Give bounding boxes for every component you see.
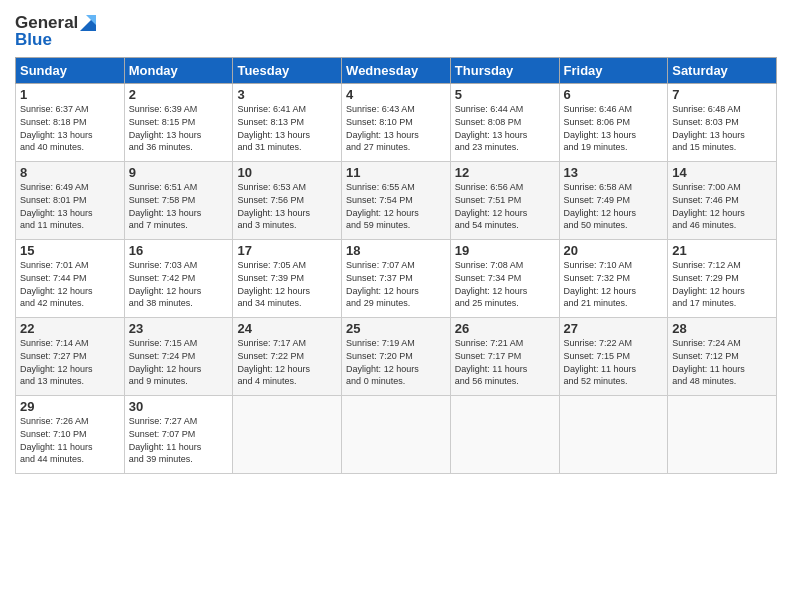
cell-info: Sunrise: 6:39 AMSunset: 8:15 PMDaylight:… xyxy=(129,104,202,152)
day-number: 13 xyxy=(564,165,664,180)
calendar-cell: 23Sunrise: 7:15 AMSunset: 7:24 PMDayligh… xyxy=(124,318,233,396)
cell-info: Sunrise: 7:17 AMSunset: 7:22 PMDaylight:… xyxy=(237,338,310,386)
calendar-cell: 3Sunrise: 6:41 AMSunset: 8:13 PMDaylight… xyxy=(233,84,342,162)
cell-info: Sunrise: 7:21 AMSunset: 7:17 PMDaylight:… xyxy=(455,338,528,386)
cell-info: Sunrise: 6:48 AMSunset: 8:03 PMDaylight:… xyxy=(672,104,745,152)
day-number: 2 xyxy=(129,87,229,102)
calendar-cell: 9Sunrise: 6:51 AMSunset: 7:58 PMDaylight… xyxy=(124,162,233,240)
cell-info: Sunrise: 6:55 AMSunset: 7:54 PMDaylight:… xyxy=(346,182,419,230)
calendar-cell: 13Sunrise: 6:58 AMSunset: 7:49 PMDayligh… xyxy=(559,162,668,240)
col-header-wednesday: Wednesday xyxy=(342,58,451,84)
cell-info: Sunrise: 6:44 AMSunset: 8:08 PMDaylight:… xyxy=(455,104,528,152)
day-number: 3 xyxy=(237,87,337,102)
calendar-cell: 19Sunrise: 7:08 AMSunset: 7:34 PMDayligh… xyxy=(450,240,559,318)
calendar-cell: 16Sunrise: 7:03 AMSunset: 7:42 PMDayligh… xyxy=(124,240,233,318)
cell-info: Sunrise: 6:41 AMSunset: 8:13 PMDaylight:… xyxy=(237,104,310,152)
cell-info: Sunrise: 7:24 AMSunset: 7:12 PMDaylight:… xyxy=(672,338,745,386)
cell-info: Sunrise: 6:46 AMSunset: 8:06 PMDaylight:… xyxy=(564,104,637,152)
day-number: 9 xyxy=(129,165,229,180)
day-number: 26 xyxy=(455,321,555,336)
day-number: 10 xyxy=(237,165,337,180)
calendar-cell: 17Sunrise: 7:05 AMSunset: 7:39 PMDayligh… xyxy=(233,240,342,318)
calendar-cell xyxy=(342,396,451,474)
day-number: 30 xyxy=(129,399,229,414)
calendar-cell: 24Sunrise: 7:17 AMSunset: 7:22 PMDayligh… xyxy=(233,318,342,396)
cell-info: Sunrise: 6:58 AMSunset: 7:49 PMDaylight:… xyxy=(564,182,637,230)
calendar-cell: 22Sunrise: 7:14 AMSunset: 7:27 PMDayligh… xyxy=(16,318,125,396)
day-number: 14 xyxy=(672,165,772,180)
logo: General Blue xyxy=(15,14,96,49)
calendar-cell: 30Sunrise: 7:27 AMSunset: 7:07 PMDayligh… xyxy=(124,396,233,474)
calendar-cell: 28Sunrise: 7:24 AMSunset: 7:12 PMDayligh… xyxy=(668,318,777,396)
calendar-cell: 5Sunrise: 6:44 AMSunset: 8:08 PMDaylight… xyxy=(450,84,559,162)
cell-info: Sunrise: 7:14 AMSunset: 7:27 PMDaylight:… xyxy=(20,338,93,386)
cell-info: Sunrise: 6:56 AMSunset: 7:51 PMDaylight:… xyxy=(455,182,528,230)
cell-info: Sunrise: 7:07 AMSunset: 7:37 PMDaylight:… xyxy=(346,260,419,308)
calendar-cell xyxy=(450,396,559,474)
cell-info: Sunrise: 7:19 AMSunset: 7:20 PMDaylight:… xyxy=(346,338,419,386)
calendar-cell: 6Sunrise: 6:46 AMSunset: 8:06 PMDaylight… xyxy=(559,84,668,162)
day-number: 25 xyxy=(346,321,446,336)
cell-info: Sunrise: 7:12 AMSunset: 7:29 PMDaylight:… xyxy=(672,260,745,308)
calendar-table: SundayMondayTuesdayWednesdayThursdayFrid… xyxy=(15,57,777,474)
cell-info: Sunrise: 6:49 AMSunset: 8:01 PMDaylight:… xyxy=(20,182,93,230)
calendar-cell xyxy=(668,396,777,474)
calendar-cell: 12Sunrise: 6:56 AMSunset: 7:51 PMDayligh… xyxy=(450,162,559,240)
cell-info: Sunrise: 7:10 AMSunset: 7:32 PMDaylight:… xyxy=(564,260,637,308)
calendar-cell: 21Sunrise: 7:12 AMSunset: 7:29 PMDayligh… xyxy=(668,240,777,318)
day-number: 18 xyxy=(346,243,446,258)
calendar-cell: 10Sunrise: 6:53 AMSunset: 7:56 PMDayligh… xyxy=(233,162,342,240)
col-header-sunday: Sunday xyxy=(16,58,125,84)
cell-info: Sunrise: 7:01 AMSunset: 7:44 PMDaylight:… xyxy=(20,260,93,308)
calendar-cell: 4Sunrise: 6:43 AMSunset: 8:10 PMDaylight… xyxy=(342,84,451,162)
calendar-cell: 1Sunrise: 6:37 AMSunset: 8:18 PMDaylight… xyxy=(16,84,125,162)
col-header-friday: Friday xyxy=(559,58,668,84)
calendar-cell: 2Sunrise: 6:39 AMSunset: 8:15 PMDaylight… xyxy=(124,84,233,162)
calendar-cell xyxy=(233,396,342,474)
day-number: 5 xyxy=(455,87,555,102)
calendar-cell: 15Sunrise: 7:01 AMSunset: 7:44 PMDayligh… xyxy=(16,240,125,318)
col-header-monday: Monday xyxy=(124,58,233,84)
cell-info: Sunrise: 6:53 AMSunset: 7:56 PMDaylight:… xyxy=(237,182,310,230)
day-number: 4 xyxy=(346,87,446,102)
cell-info: Sunrise: 7:15 AMSunset: 7:24 PMDaylight:… xyxy=(129,338,202,386)
day-number: 29 xyxy=(20,399,120,414)
calendar-cell: 11Sunrise: 6:55 AMSunset: 7:54 PMDayligh… xyxy=(342,162,451,240)
cell-info: Sunrise: 6:37 AMSunset: 8:18 PMDaylight:… xyxy=(20,104,93,152)
cell-info: Sunrise: 7:27 AMSunset: 7:07 PMDaylight:… xyxy=(129,416,202,464)
day-number: 15 xyxy=(20,243,120,258)
col-header-thursday: Thursday xyxy=(450,58,559,84)
day-number: 12 xyxy=(455,165,555,180)
day-number: 27 xyxy=(564,321,664,336)
calendar-cell: 26Sunrise: 7:21 AMSunset: 7:17 PMDayligh… xyxy=(450,318,559,396)
calendar-cell: 29Sunrise: 7:26 AMSunset: 7:10 PMDayligh… xyxy=(16,396,125,474)
day-number: 8 xyxy=(20,165,120,180)
cell-info: Sunrise: 7:22 AMSunset: 7:15 PMDaylight:… xyxy=(564,338,637,386)
calendar-cell: 14Sunrise: 7:00 AMSunset: 7:46 PMDayligh… xyxy=(668,162,777,240)
cell-info: Sunrise: 7:26 AMSunset: 7:10 PMDaylight:… xyxy=(20,416,93,464)
col-header-saturday: Saturday xyxy=(668,58,777,84)
day-number: 1 xyxy=(20,87,120,102)
day-number: 6 xyxy=(564,87,664,102)
calendar-cell: 7Sunrise: 6:48 AMSunset: 8:03 PMDaylight… xyxy=(668,84,777,162)
day-number: 17 xyxy=(237,243,337,258)
day-number: 24 xyxy=(237,321,337,336)
calendar-cell: 20Sunrise: 7:10 AMSunset: 7:32 PMDayligh… xyxy=(559,240,668,318)
col-header-tuesday: Tuesday xyxy=(233,58,342,84)
day-number: 20 xyxy=(564,243,664,258)
cell-info: Sunrise: 6:51 AMSunset: 7:58 PMDaylight:… xyxy=(129,182,202,230)
cell-info: Sunrise: 7:05 AMSunset: 7:39 PMDaylight:… xyxy=(237,260,310,308)
day-number: 19 xyxy=(455,243,555,258)
day-number: 23 xyxy=(129,321,229,336)
day-number: 21 xyxy=(672,243,772,258)
day-number: 16 xyxy=(129,243,229,258)
calendar-cell: 18Sunrise: 7:07 AMSunset: 7:37 PMDayligh… xyxy=(342,240,451,318)
day-number: 11 xyxy=(346,165,446,180)
day-number: 22 xyxy=(20,321,120,336)
day-number: 7 xyxy=(672,87,772,102)
cell-info: Sunrise: 7:08 AMSunset: 7:34 PMDaylight:… xyxy=(455,260,528,308)
cell-info: Sunrise: 7:00 AMSunset: 7:46 PMDaylight:… xyxy=(672,182,745,230)
calendar-cell: 27Sunrise: 7:22 AMSunset: 7:15 PMDayligh… xyxy=(559,318,668,396)
calendar-cell: 25Sunrise: 7:19 AMSunset: 7:20 PMDayligh… xyxy=(342,318,451,396)
calendar-cell: 8Sunrise: 6:49 AMSunset: 8:01 PMDaylight… xyxy=(16,162,125,240)
